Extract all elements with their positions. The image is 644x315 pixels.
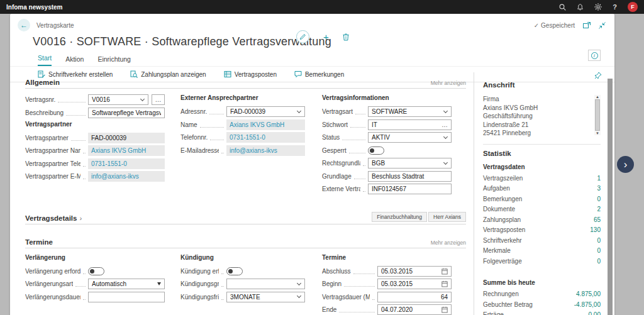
field-emailadresse: E-Mailadresse info@axians-ikvs — [180, 145, 305, 156]
rechtsgrundlage-combobox[interactable]: BGB — [368, 158, 452, 169]
statistik-row: Folgeverträge 0 — [483, 258, 601, 265]
breadcrumb[interactable]: Vertragskarte — [36, 22, 74, 29]
scroll-thumb[interactable] — [595, 99, 600, 131]
next-record-button[interactable]: › — [617, 156, 634, 173]
back-button[interactable]: ← — [18, 19, 30, 31]
verlaengerung-erforderlich-toggle[interactable] — [88, 267, 104, 275]
calendar-icon[interactable] — [441, 268, 448, 275]
gesperrt-toggle[interactable] — [368, 146, 384, 155]
anschrift-line: 25421 Pinneberg — [483, 129, 591, 138]
vertragsdauer-input[interactable]: 64 — [377, 292, 452, 302]
section-termine-header[interactable]: Termine Mehr anzeigen — [25, 238, 466, 248]
ende-date-input[interactable]: 04.07.2020 — [377, 304, 452, 315]
telefonnr-link[interactable]: 0731-1551-0 — [226, 132, 305, 143]
chip-herr-axians[interactable]: Herr Axians — [428, 212, 466, 222]
statistik-value-link[interactable]: 130 — [590, 226, 601, 233]
group-kuendigung: Kündigung — [180, 254, 305, 261]
field-name: Name Axians IKVS GmbH — [180, 119, 305, 130]
statistik-value-link[interactable]: 65 — [594, 216, 601, 223]
externe-vertragsnr-input[interactable]: INF0124567 — [368, 184, 452, 194]
grundlage-input[interactable]: Beschluss Stadtrat — [368, 171, 452, 182]
scroll-up-icon[interactable]: ▲ — [596, 95, 599, 99]
tab-start[interactable]: Start — [38, 54, 52, 66]
abschluss-date-input[interactable]: 05.03.2015 — [377, 266, 452, 277]
vertragsnr-assist-button[interactable]: … — [152, 94, 165, 105]
calendar-icon[interactable] — [441, 306, 448, 313]
verlaengerungsart-select[interactable]: Automatisch — [88, 279, 165, 289]
statistik-value-link[interactable]: 0 — [597, 258, 601, 265]
summe-value-link[interactable]: 0,00 — [589, 311, 601, 315]
chevron-down-icon[interactable] — [297, 294, 301, 298]
vertragspartner-name-link[interactable]: Axians IKVS GmbH — [88, 145, 165, 156]
group-vertragsinformationen: Vertragsinformationen — [322, 94, 452, 101]
chevron-down-icon[interactable] — [297, 108, 301, 113]
scrollbar-thumb[interactable] — [608, 79, 613, 315]
summe-bis-heute-title: Summe bis heute — [483, 279, 601, 286]
summe-value-link[interactable]: 4.875,00 — [576, 290, 601, 297]
statistik-value-link[interactable]: 0 — [597, 196, 601, 202]
vertragspartner-telefon-link[interactable]: 0731-1551-0 — [88, 158, 165, 169]
select-arrow-icon[interactable] — [157, 282, 161, 285]
status-combobox[interactable]: AKTIV — [368, 132, 452, 143]
new-plus-button[interactable]: + — [323, 31, 329, 42]
allgemein-mehr-anzeigen-link[interactable]: Mehr anzeigen — [431, 80, 466, 86]
delete-trash-button[interactable] — [343, 33, 349, 41]
help-icon[interactable]: ? — [613, 4, 617, 11]
chevron-down-icon[interactable] — [443, 160, 448, 164]
calendar-icon[interactable] — [441, 280, 448, 287]
stichwort-assist-icon[interactable]: … — [441, 121, 448, 128]
termine-mehr-anzeigen-link[interactable]: Mehr anzeigen — [431, 240, 466, 246]
vertragsart-combobox[interactable]: SOFTWARE — [368, 106, 452, 117]
vertragspartner-value[interactable]: FAD-000039 — [88, 133, 165, 143]
kuendigungsgrund-combobox[interactable] — [226, 279, 305, 289]
section-allgemein-header[interactable]: Allgemein Mehr anzeigen — [25, 79, 466, 89]
edit-pencil-button[interactable] — [296, 30, 309, 43]
adressnr-combobox[interactable]: FAD-000039 — [226, 106, 305, 117]
tab-aktion[interactable]: Aktion — [65, 55, 84, 66]
info-icon: i — [591, 52, 598, 59]
summe-row: Rechnungen 4.875,00 — [483, 290, 601, 297]
user-avatar[interactable]: F — [628, 2, 638, 12]
tab-einrichtung[interactable]: Einrichtung — [97, 55, 131, 66]
field-rechtsgrundlage: Rechtsgrundlage BGB — [322, 158, 452, 169]
statistik-value-link[interactable]: 2 — [597, 206, 601, 213]
statistik-value-link[interactable]: 0 — [597, 247, 601, 254]
expand-chevron-icon[interactable]: › — [79, 214, 82, 222]
open-in-window-icon[interactable] — [583, 22, 591, 28]
collapse-resize-icon[interactable] — [599, 22, 606, 29]
kuendigung-erforderlich-toggle[interactable] — [226, 267, 243, 275]
beginn-date-input[interactable]: 05.03.2015 — [377, 279, 452, 289]
chevron-down-icon[interactable] — [140, 96, 145, 101]
notifications-bell-icon[interactable] — [577, 4, 584, 11]
statistik-value-link[interactable]: 1 — [597, 175, 601, 182]
chevron-down-icon[interactable] — [443, 134, 448, 138]
stichwort-input[interactable]: IT… — [368, 119, 452, 130]
beschreibung-input[interactable]: Softwarepflege Vertragsverwaltung — [88, 108, 165, 118]
chevron-down-icon[interactable] — [443, 108, 448, 113]
field-kuendigungsgrund: Kündigungsgrund — [180, 279, 305, 289]
field-verlaengerungsart: Verlängerungsart Automatisch — [25, 279, 165, 289]
settings-gear-icon[interactable] — [594, 3, 602, 11]
vertragspartner-email-link[interactable]: info@axians-ikvs — [88, 171, 165, 182]
statistik-value-link[interactable]: 0 — [597, 237, 601, 244]
scroll-down-icon[interactable]: ▼ — [596, 131, 599, 135]
email-link[interactable]: info@axians-ikvs — [226, 145, 305, 156]
vertical-scrollbar[interactable] — [608, 79, 613, 315]
anschrift-line: Firma — [483, 95, 591, 104]
section-vertragsdetails-header[interactable]: Vertragsdetails› Finanzbuchhaltung Herr … — [25, 212, 466, 224]
anschrift-scrollbar[interactable]: ▲ ▼ — [594, 95, 601, 135]
statistik-row: Dokumente 2 — [483, 206, 601, 213]
verlaengerungsdauer-input[interactable] — [88, 292, 165, 302]
group-vertragspartner: Vertragspartner — [25, 121, 165, 128]
summe-value-link[interactable]: -4.875,00 — [574, 301, 601, 308]
details-info-button[interactable]: i — [588, 50, 601, 61]
statistik-value-link[interactable]: 3 — [597, 185, 601, 192]
anschrift-line: Geschäftsführung — [483, 112, 591, 121]
kuendigungsfrist-combobox[interactable]: 3MONATE — [226, 292, 305, 302]
field-adressnr: Adressnr. FAD-000039 — [180, 106, 305, 117]
search-icon[interactable] — [559, 4, 566, 11]
chevron-down-icon[interactable] — [297, 280, 301, 285]
chip-finanzbuchhaltung[interactable]: Finanzbuchhaltung — [372, 212, 427, 222]
vertragsnr-combobox[interactable]: V0016 — [88, 94, 148, 105]
name-link[interactable]: Axians IKVS GmbH — [226, 119, 305, 130]
